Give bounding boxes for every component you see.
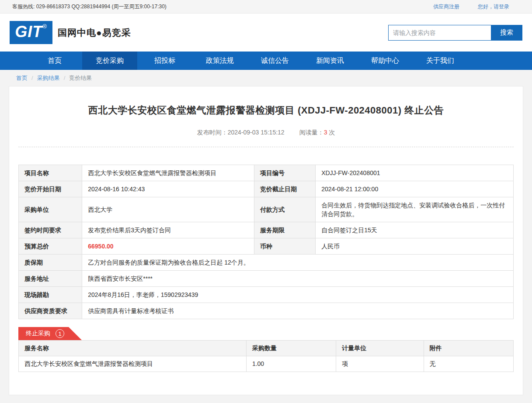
breadcrumb-current: 竞价结果 <box>69 74 92 82</box>
nav-item-help-center[interactable]: 帮助中心 <box>358 52 413 70</box>
column-header: 附件 <box>424 341 513 356</box>
quantity-cell: 1.00 <box>246 356 336 372</box>
field-label: 竞价截止日期 <box>254 181 315 197</box>
topbar: 客服热线: 029-86618373 QQ:2881944994 (周一至周五9… <box>0 0 532 14</box>
termination-tag: 终止采购 1 <box>18 327 82 340</box>
nav-item-bidding-purchase[interactable]: 竞价采购 <box>82 52 137 70</box>
field-label: 服务期限 <box>254 222 315 238</box>
field-label: 预算总价 <box>19 238 82 255</box>
count-badge: 1 <box>56 329 64 338</box>
field-label: 采购单位 <box>19 197 82 222</box>
git-logo[interactable]: GIT® <box>10 21 52 44</box>
field-label: 项目编号 <box>254 165 315 181</box>
field-value: 合同生效后，待货物到达指定地点、安装调试验收合格后，一次性付清合同货款。 <box>316 197 514 222</box>
field-label: 质保期 <box>19 255 82 271</box>
search-input[interactable] <box>388 25 491 41</box>
field-value: 供应商需具有计量标准考核证书 <box>82 303 514 319</box>
field-value: 西北大学长安校区食堂燃气泄露报警器检测项目 <box>82 165 254 181</box>
unit-cell: 项 <box>336 356 424 372</box>
site-header: GIT® 国网中电●易竞采 搜索 <box>0 14 532 52</box>
field-value: 2024-08-16 10:42:43 <box>82 181 254 197</box>
breadcrumb: 首页 / 采购结果 / 竞价结果 <box>0 70 532 86</box>
hotline-text: 客服热线: 029-86618373 QQ:2881944994 (周一至周五9… <box>12 3 167 10</box>
table-row: 现场踏勘 2024年8月16日，李老师，15902923439 <box>19 287 514 303</box>
field-value: 2024年8月16日，李老师，15902923439 <box>82 287 514 303</box>
field-value: 自合同签订之日15天 <box>316 222 514 238</box>
table-header-row: 服务名称 采购数量 计量单位 附件 <box>19 341 514 356</box>
table-row: 服务地址 陕西省西安市长安区**** <box>19 271 514 287</box>
field-value: 乙方对合同服务的质量保证期为验收合格后之日起 12个月。 <box>82 255 514 271</box>
table-row: 项目名称 西北大学长安校区食堂燃气泄露报警器检测项目 项目编号 XDJJ-FW-… <box>19 165 514 181</box>
breadcrumb-procurement-results[interactable]: 采购结果 <box>37 74 60 82</box>
table-row: 预算总价 66950.00 币种 人民币 <box>19 238 514 255</box>
project-detail-table: 项目名称 西北大学长安校区食堂燃气泄露报警器检测项目 项目编号 XDJJ-FW-… <box>18 165 514 319</box>
termination-tag-label: 终止采购 <box>26 330 50 338</box>
nav-item-integrity-notices[interactable]: 诚信公告 <box>247 52 303 70</box>
logo-text: GIT <box>15 21 42 43</box>
field-value: XDJJ-FW-202408001 <box>316 165 514 181</box>
breadcrumb-separator: / <box>31 75 33 81</box>
view-count: 阅读量：3 次 <box>299 129 335 137</box>
table-row: 西北大学长安校区食堂燃气泄露报警器检测项目 1.00 项 无 <box>19 356 514 372</box>
field-value: 发布竞价结果后3天内签订合同 <box>82 222 254 238</box>
registered-mark-icon: ® <box>42 21 47 32</box>
field-value: 人民币 <box>316 238 514 255</box>
column-header: 计量单位 <box>336 341 424 356</box>
dashed-divider <box>18 147 514 147</box>
table-row: 质保期 乙方对合同服务的质量保证期为验收合格后之日起 12个月。 <box>19 255 514 271</box>
nav-item-home[interactable]: 首页 <box>27 52 82 70</box>
search-button[interactable]: 搜索 <box>491 25 522 41</box>
table-row: 竞价开始日期 2024-08-16 10:42:43 竞价截止日期 2024-0… <box>19 181 514 197</box>
search-bar: 搜索 <box>388 25 522 41</box>
login-link[interactable]: 您好，请登录 <box>478 3 509 10</box>
site-name: 国网中电●易竞采 <box>58 27 131 39</box>
service-name-cell: 西北大学长安校区食堂燃气泄露报警器检测项目 <box>19 356 247 372</box>
field-label: 付款方式 <box>254 197 315 222</box>
main-nav: 首页 竞价采购 招投标 政策法规 诚信公告 新闻资讯 帮助中心 关于我们 <box>0 52 532 70</box>
column-header: 采购数量 <box>246 341 336 356</box>
table-row: 签约时间要求 发布竞价结果后3天内签订合同 服务期限 自合同签订之日15天 <box>19 222 514 238</box>
field-label: 竞价开始日期 <box>19 181 82 197</box>
table-row: 采购单位 西北大学 付款方式 合同生效后，待货物到达指定地点、安装调试验收合格后… <box>19 197 514 222</box>
publish-time: 发布时间：2024-09-03 15:15:12 <box>197 129 285 137</box>
supplier-register-link[interactable]: 供应商注册 <box>433 3 459 10</box>
field-label: 项目名称 <box>19 165 82 181</box>
page-title: 西北大学长安校区食堂燃气泄露报警器检测项目 (XDJJ-FW-202408001… <box>18 86 514 117</box>
breadcrumb-home[interactable]: 首页 <box>16 74 28 82</box>
nav-item-about-us[interactable]: 关于我们 <box>413 52 468 70</box>
content-card: 西北大学长安校区食堂燃气泄露报警器检测项目 (XDJJ-FW-202408001… <box>9 86 523 395</box>
field-label: 服务地址 <box>19 271 82 287</box>
field-value: 陕西省西安市长安区**** <box>82 271 514 287</box>
field-label: 现场踏勘 <box>19 287 82 303</box>
table-row: 供应商资质要求 供应商需具有计量标准考核证书 <box>19 303 514 319</box>
breadcrumb-separator: / <box>64 75 66 81</box>
attachment-cell: 无 <box>424 356 513 372</box>
field-label: 币种 <box>254 238 315 255</box>
nav-item-tendering[interactable]: 招投标 <box>137 52 192 70</box>
field-label: 供应商资质要求 <box>19 303 82 319</box>
field-value: 2024-08-21 12:00:00 <box>316 181 514 197</box>
nav-item-policies[interactable]: 政策法规 <box>192 52 247 70</box>
budget-price-value: 66950.00 <box>82 238 254 255</box>
field-value: 西北大学 <box>82 197 254 222</box>
service-items-table: 服务名称 采购数量 计量单位 附件 西北大学长安校区食堂燃气泄露报警器检测项目 … <box>18 340 514 372</box>
field-label: 签约时间要求 <box>19 222 82 238</box>
view-count-value: 3 <box>324 129 327 136</box>
article-meta: 发布时间：2024-09-03 15:15:12 阅读量：3 次 <box>18 129 514 137</box>
column-header: 服务名称 <box>19 341 247 356</box>
nav-item-news[interactable]: 新闻资讯 <box>303 52 358 70</box>
